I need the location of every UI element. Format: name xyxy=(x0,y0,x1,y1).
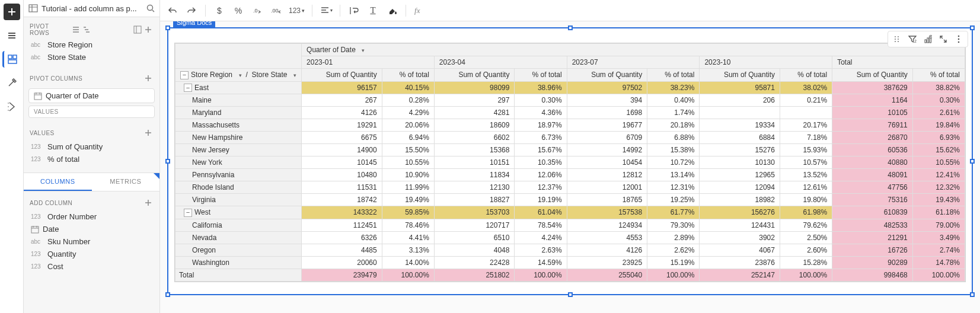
undo-button[interactable] xyxy=(165,3,180,18)
quarter-header[interactable]: 2023-01 xyxy=(302,56,435,69)
add-row-icon[interactable] xyxy=(143,24,154,35)
decimal-decrease-button[interactable]: .0 xyxy=(250,3,265,18)
field-item[interactable]: Date xyxy=(28,223,155,235)
region-row[interactable]: −West14332259.85%15370361.04%15753861.77… xyxy=(175,206,965,219)
pivot-table[interactable]: Quarter of Date ▾2023-012023-042023-0720… xyxy=(174,43,966,282)
col-group-header[interactable]: Quarter of Date ▾ xyxy=(302,44,965,56)
side-panel: Tutorial - add column as p... PIVOT ROWS… xyxy=(24,0,160,313)
state-row[interactable]: New Jersey1490015.50%1536815.67%1499215.… xyxy=(175,144,965,156)
add-col-icon[interactable] xyxy=(143,73,154,84)
field-item[interactable]: abcStore State xyxy=(28,51,155,63)
values-placeholder-box[interactable]: VALUES xyxy=(28,106,155,118)
search-icon[interactable] xyxy=(146,4,155,12)
measure-header-sum[interactable]: Sum of Quantity xyxy=(700,69,780,82)
measure-header-pct[interactable]: % of total xyxy=(382,69,434,82)
decimal-increase-button[interactable]: .00 xyxy=(269,3,284,18)
svg-point-25 xyxy=(958,39,960,40)
text-format-button[interactable]: T xyxy=(365,3,381,18)
number-format-dropdown[interactable]: 123▾ xyxy=(288,7,306,15)
actions-icon[interactable] xyxy=(4,98,20,115)
state-row[interactable]: Maryland41264.29%42814.36%16981.74%10105… xyxy=(175,107,965,119)
add-element-button[interactable] xyxy=(4,4,20,20)
state-row[interactable]: Virginia1874219.49%1882719.19%1876519.25… xyxy=(175,194,965,206)
svg-rect-8 xyxy=(134,26,141,33)
field-item[interactable]: 123Order Number xyxy=(28,210,155,223)
svg-point-24 xyxy=(958,36,960,37)
align-button[interactable]: ▾ xyxy=(318,3,334,18)
measure-header-pct[interactable]: % of total xyxy=(647,69,700,82)
state-row[interactable]: Rhode Island1153111.99%1213012.37%120011… xyxy=(175,181,965,194)
panel-tabs: COLUMNS METRICS xyxy=(24,173,159,191)
pages-icon[interactable] xyxy=(4,27,20,44)
tab-columns[interactable]: COLUMNS xyxy=(24,173,92,191)
expand-icon[interactable] xyxy=(937,33,950,46)
measure-header-sum[interactable]: Sum of Quantity xyxy=(302,69,382,82)
field-item[interactable]: 123Quantity xyxy=(28,248,155,260)
percent-button[interactable]: % xyxy=(231,3,246,18)
measure-header-sum[interactable]: Sum of Quantity xyxy=(832,69,913,82)
drag-handle-icon[interactable] xyxy=(890,33,904,46)
quarter-header[interactable]: 2023-07 xyxy=(567,56,700,69)
element-panel-icon[interactable] xyxy=(2,51,19,68)
svg-rect-6 xyxy=(29,5,37,12)
state-row[interactable]: California11245178.46%12071778.54%124934… xyxy=(175,219,965,231)
svg-point-16 xyxy=(898,36,899,37)
field-item[interactable]: 123% of total xyxy=(28,153,155,165)
field-item[interactable]: abcStore Region xyxy=(28,39,155,51)
canvas[interactable]: Sigma Docs 2 Quarter of Date ▾2023-01202… xyxy=(160,21,980,313)
layout-icon[interactable] xyxy=(132,24,143,35)
svg-rect-20 xyxy=(925,40,927,43)
measure-header-sum[interactable]: Sum of Quantity xyxy=(434,69,515,82)
state-row[interactable]: Nevada63264.41%65104.24%45532.89%39022.5… xyxy=(175,231,965,244)
measure-header-pct[interactable]: % of total xyxy=(780,69,832,82)
state-row[interactable]: New Hampshire66756.94%66026.73%67096.88%… xyxy=(175,132,965,144)
add-column-header: ADD COLUMN xyxy=(28,195,155,210)
svg-rect-10 xyxy=(31,226,39,233)
state-row[interactable]: Oregon44853.13%40482.63%41262.62%40672.6… xyxy=(175,244,965,256)
region-row[interactable]: −East9615740.15%9809938.96%9750238.23%95… xyxy=(175,81,965,94)
state-row[interactable]: Massachusetts1929120.06%1860918.97%19677… xyxy=(175,119,965,132)
svg-point-3 xyxy=(8,103,9,104)
redo-button[interactable] xyxy=(184,3,199,18)
currency-button[interactable]: $ xyxy=(212,3,227,18)
filter-icon[interactable]: 2 xyxy=(906,33,919,46)
quarter-header[interactable]: 2023-04 xyxy=(434,56,567,69)
collapse-all-icon[interactable]: − xyxy=(180,71,189,79)
collapse-icon[interactable]: − xyxy=(184,209,192,217)
field-item[interactable]: Quarter of Date xyxy=(28,88,155,103)
svg-rect-1 xyxy=(13,55,17,59)
more-icon[interactable] xyxy=(952,33,965,46)
fill-color-button[interactable] xyxy=(384,3,400,18)
add-value-icon[interactable] xyxy=(143,127,154,138)
list-view-icon[interactable] xyxy=(71,24,81,35)
row-headers[interactable]: −Store Region ▾ / Store State ▾ xyxy=(175,69,302,82)
add-column-icon[interactable] xyxy=(143,197,154,208)
state-row[interactable]: Washington2006014.00%2242814.59%2392515.… xyxy=(175,256,965,269)
toolbar: $ % .0 .00 123▾ ▾ T fx xyxy=(160,0,980,21)
main-area: $ % .0 .00 123▾ ▾ T fx Sigma Docs 2 xyxy=(160,0,980,313)
measure-header-pct[interactable]: % of total xyxy=(515,69,567,82)
table-icon xyxy=(28,4,38,13)
tab-metrics[interactable]: METRICS xyxy=(92,173,160,191)
svg-rect-0 xyxy=(8,55,12,59)
field-item[interactable]: 123Sum of Quantity xyxy=(28,140,155,153)
chart-icon[interactable] xyxy=(921,33,934,46)
measure-header-pct[interactable]: % of total xyxy=(912,69,965,82)
tab-corner-indicator xyxy=(154,173,159,179)
wrap-button[interactable] xyxy=(346,3,362,18)
measure-header-sum[interactable]: Sum of Quantity xyxy=(567,69,647,82)
tree-view-icon[interactable] xyxy=(81,24,92,35)
state-row[interactable]: New York1014510.55%1015110.35%1045410.72… xyxy=(175,156,965,169)
format-icon[interactable] xyxy=(4,75,20,91)
quarter-header[interactable]: 2023-10 xyxy=(700,56,832,69)
state-row[interactable]: Maine2670.28%2970.30%3940.40%2060.21%116… xyxy=(175,94,965,107)
state-row[interactable]: Pennsylvania1048010.90%1183412.06%128121… xyxy=(175,169,965,181)
svg-point-4 xyxy=(8,106,9,107)
left-rail xyxy=(0,0,24,313)
pivot-rows-header: PIVOT ROWS xyxy=(28,21,155,39)
field-item[interactable]: 123Cost xyxy=(28,260,155,273)
pivot-table-element[interactable]: Sigma Docs 2 Quarter of Date ▾2023-01202… xyxy=(167,27,973,295)
collapse-icon[interactable]: − xyxy=(184,84,192,92)
field-item[interactable]: abcSku Number xyxy=(28,235,155,248)
svg-point-18 xyxy=(898,41,899,42)
